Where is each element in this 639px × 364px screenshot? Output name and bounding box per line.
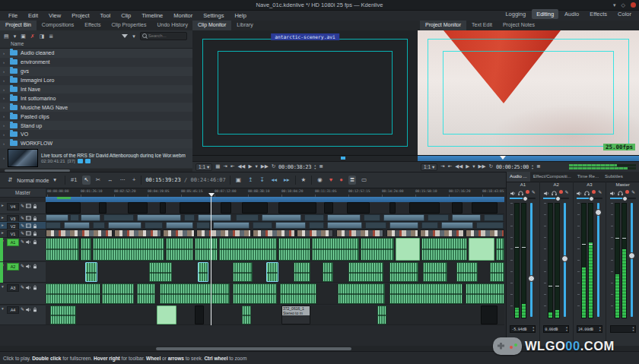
fader-knob[interactable] [628, 252, 635, 259]
volume-fader[interactable] [561, 203, 568, 317]
timeline-clip[interactable] [137, 283, 155, 304]
monitor-zoom-combo[interactable]: 1:1▾ [421, 163, 437, 171]
timeline-clip[interactable] [348, 262, 383, 282]
timeline-clip[interactable] [469, 238, 494, 261]
tab-compositions[interactable]: Compositions [37, 21, 79, 30]
timeline-clip[interactable] [377, 305, 386, 324]
project-monitor-video[interactable]: 25.00fps [418, 30, 639, 155]
timeline-clip[interactable] [114, 229, 161, 237]
edit-track-icon[interactable]: ✎ [21, 306, 24, 312]
timeline-clip[interactable] [312, 238, 359, 261]
balance-slider[interactable] [543, 195, 569, 201]
timeline-clip[interactable] [70, 214, 79, 221]
lock-icon[interactable] [33, 306, 37, 314]
timeline-clip[interactable] [421, 222, 438, 229]
edit-icon[interactable]: ✎ [598, 189, 602, 195]
razor-tool[interactable]: ✂ [94, 176, 102, 185]
edit-icon[interactable]: ✎ [631, 189, 635, 195]
tab-project-monitor[interactable]: Project Monitor [420, 21, 466, 30]
expand-icon[interactable]: › [3, 87, 7, 92]
timeline-clip[interactable] [236, 214, 259, 221]
timeline-clip[interactable] [490, 262, 504, 282]
track-lane-a3[interactable] [46, 283, 504, 305]
track-header-a2[interactable]: ▾A2✎ [0, 262, 46, 283]
timeline-clip[interactable] [233, 262, 253, 282]
scrollbar-thumb[interactable] [156, 347, 351, 350]
bin-folder-row[interactable]: ›Stand up [0, 121, 192, 130]
tab-effects[interactable]: Effects [79, 21, 106, 30]
timeline-clip[interactable] [275, 222, 306, 229]
menu-project[interactable]: Project [66, 11, 94, 20]
track-lane-v1[interactable] [46, 229, 504, 238]
record-icon[interactable]: ● [338, 176, 345, 185]
menu-monitor[interactable]: Monitor [168, 11, 198, 20]
timeline-clip[interactable] [99, 202, 106, 214]
spacer-tool[interactable]: ↔ [106, 176, 115, 185]
timeline-clip[interactable] [304, 214, 324, 221]
collapse-icon[interactable]: ▾ [2, 284, 5, 289]
timeline-clip[interactable] [85, 262, 97, 282]
balance-slider[interactable] [610, 195, 636, 201]
fader-knob[interactable] [528, 275, 535, 282]
mix-clips-icon[interactable]: ↥ [246, 176, 254, 185]
close-icon[interactable] [631, 2, 636, 8]
spin-down-icon[interactable]: ▾ [314, 167, 316, 170]
play-button[interactable]: ▶ [466, 164, 469, 169]
timeline-clip[interactable] [46, 283, 100, 304]
edit-track-icon[interactable]: ✎ [21, 239, 24, 245]
timeline-clip[interactable] [137, 214, 181, 221]
zone-in-icon[interactable]: ⇥ [223, 164, 227, 169]
menu-clip[interactable]: Clip [116, 11, 136, 20]
tab-audio-[interactable]: Audio ... [507, 172, 530, 182]
expand-icon[interactable]: › [3, 141, 7, 146]
seek-position-marker[interactable] [500, 156, 506, 160]
menu-timeline[interactable]: Timeline [136, 11, 168, 20]
workspace-color[interactable]: Color [613, 9, 636, 19]
timeline-clip[interactable] [386, 229, 418, 237]
play-button[interactable]: ▶ [248, 164, 252, 169]
expand-icon[interactable]: › [3, 132, 7, 137]
timeline-clip[interactable] [160, 283, 230, 304]
filter-icon[interactable] [122, 34, 128, 38]
zone-out-icon[interactable]: ⇤ [230, 164, 234, 169]
hide-track-icon[interactable] [26, 230, 31, 237]
track-header-v4[interactable]: ▸V4✎ [0, 202, 46, 214]
expand-icon[interactable]: › [3, 51, 7, 55]
track-name[interactable]: V4 [7, 203, 19, 210]
timeline-clip[interactable] [128, 202, 148, 214]
forward-button[interactable]: ▶▶ [261, 164, 269, 169]
bin-folder-row[interactable]: ›Immagini Loro [0, 76, 192, 85]
timeline-clip[interactable] [278, 238, 310, 261]
timeline-clip[interactable] [327, 214, 361, 221]
balance-knob[interactable] [523, 196, 528, 201]
expand-icon[interactable]: › [3, 156, 5, 160]
timeline-clip[interactable] [196, 229, 251, 237]
expand-icon[interactable]: › [3, 114, 7, 119]
timeline-clip[interactable] [46, 202, 81, 214]
bin-clip-item[interactable]: › Live tours of the RRS Sir David Attenb… [0, 148, 192, 168]
balance-slider[interactable] [577, 195, 602, 201]
tab-effect-compositi-[interactable]: Effect/Compositi... [530, 172, 574, 182]
expand-icon[interactable]: › [3, 60, 7, 65]
record-arm-icon[interactable] [625, 190, 629, 194]
bin-folder-row[interactable]: ›WORKFLOW [0, 139, 192, 148]
timeline-clip[interactable] [163, 229, 195, 237]
timeline-clip[interactable] [389, 222, 418, 229]
edit-mode-combo[interactable]: ⇵Normal mode▾ [3, 174, 61, 186]
zone-out-icon[interactable]: ⇤ [448, 164, 452, 169]
timecode-spinner[interactable]: ▴▾ [314, 164, 316, 169]
timeline-clip[interactable] [262, 214, 301, 221]
timeline-clip[interactable] [166, 222, 193, 229]
record-arm-icon[interactable] [559, 190, 563, 194]
timeline-clip[interactable] [93, 222, 105, 229]
monitor-menu-icon[interactable]: ≣ [536, 164, 540, 169]
menu-view[interactable]: View [43, 11, 66, 20]
timeline-clip[interactable] [365, 222, 386, 229]
bin-folder-row[interactable]: ›Int Nave [0, 85, 192, 94]
timeline-clip[interactable] [233, 283, 277, 304]
search-input[interactable] [148, 33, 185, 38]
timeline-clip[interactable] [213, 222, 250, 229]
more-tools-icon[interactable]: ⋯ [119, 176, 128, 185]
clip-monitor-video[interactable]: antarctic-scenery.avi [192, 30, 418, 155]
timeline-clip[interactable] [421, 238, 467, 261]
